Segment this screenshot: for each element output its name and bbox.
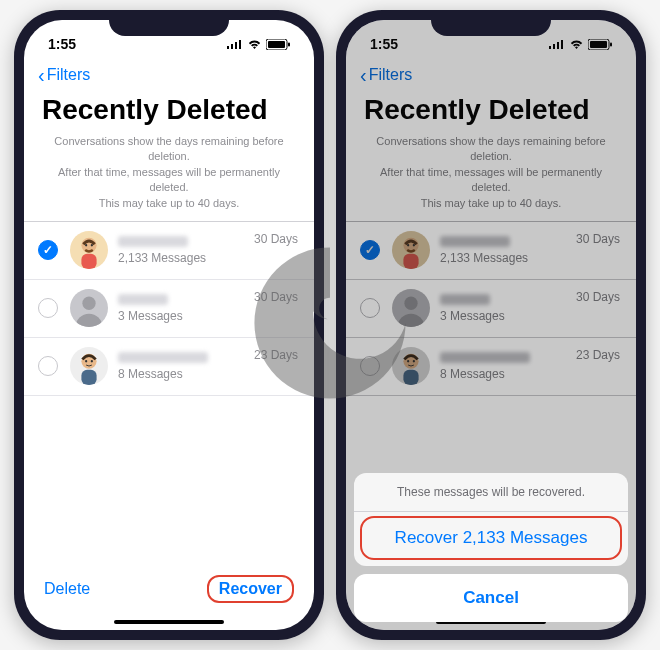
list-item[interactable]: 3 Messages 30 Days (24, 280, 314, 338)
message-count: 3 Messages (118, 309, 300, 323)
svg-point-13 (85, 361, 87, 363)
svg-rect-2 (235, 42, 237, 49)
avatar (70, 231, 108, 269)
svg-rect-15 (81, 370, 96, 385)
notch (431, 10, 551, 36)
battery-icon (266, 39, 290, 50)
home-indicator[interactable] (114, 620, 224, 624)
phone-left: 1:55 ‹ Filters Recently Deleted Conversa… (14, 10, 324, 640)
action-sheet: These messages will be recovered. Recove… (354, 473, 628, 622)
recover-messages-button[interactable]: Recover 2,133 Messages (360, 516, 622, 560)
svg-rect-10 (81, 254, 96, 269)
svg-rect-5 (268, 41, 285, 48)
svg-rect-6 (288, 42, 290, 46)
message-count: 2,133 Messages (118, 251, 300, 265)
svg-rect-1 (231, 44, 233, 49)
svg-point-8 (85, 245, 87, 247)
wifi-icon (247, 39, 262, 50)
info-text: Conversations show the days remaining be… (24, 134, 314, 221)
cancel-button[interactable]: Cancel (354, 574, 628, 622)
contact-name-redacted (118, 236, 188, 247)
back-chevron-icon[interactable]: ‹ (38, 64, 45, 87)
delete-button[interactable]: Delete (44, 580, 90, 598)
avatar (70, 289, 108, 327)
days-remaining: 30 Days (254, 290, 298, 304)
phone-right: 1:55 ‹ Filters Recently Deleted Conversa… (336, 10, 646, 640)
signal-icon (227, 39, 243, 49)
nav-bar: ‹ Filters (24, 58, 314, 92)
list-item[interactable]: 2,133 Messages 30 Days (24, 222, 314, 280)
status-time: 1:55 (48, 36, 76, 52)
svg-point-14 (91, 361, 93, 363)
page-title: Recently Deleted (24, 92, 314, 134)
checkbox[interactable] (38, 240, 58, 260)
notch (109, 10, 229, 36)
list-item[interactable]: 8 Messages 23 Days (24, 338, 314, 396)
svg-point-11 (82, 297, 95, 310)
sheet-message: These messages will be recovered. (354, 473, 628, 512)
checkbox[interactable] (38, 356, 58, 376)
message-count: 8 Messages (118, 367, 300, 381)
contact-name-redacted (118, 352, 208, 363)
conversation-list: 2,133 Messages 30 Days 3 Messages 30 Day… (24, 221, 314, 396)
checkbox[interactable] (38, 298, 58, 318)
contact-name-redacted (118, 294, 168, 305)
svg-rect-3 (239, 40, 241, 49)
days-remaining: 23 Days (254, 348, 298, 362)
avatar (70, 347, 108, 385)
back-button[interactable]: Filters (47, 66, 91, 84)
recover-button[interactable]: Recover (207, 575, 294, 603)
days-remaining: 30 Days (254, 232, 298, 246)
svg-rect-0 (227, 46, 229, 49)
svg-point-9 (91, 245, 93, 247)
